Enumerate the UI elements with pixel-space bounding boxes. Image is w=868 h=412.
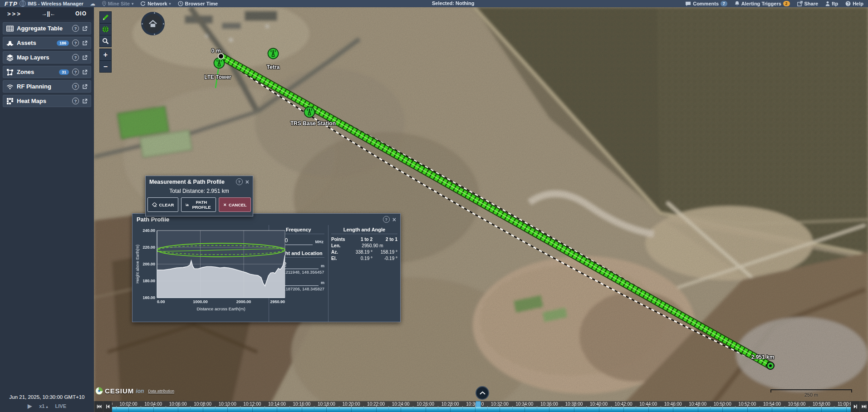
- sidebar-item-zones[interactable]: Zones31?: [3, 66, 91, 78]
- help-icon[interactable]: ?: [72, 54, 79, 61]
- cesium-credit[interactable]: CESIUM ion Data attribution: [95, 387, 174, 395]
- timeline-bar[interactable]: 10:00:0010:02:0010:04:0010:06:0010:08:00…: [94, 401, 868, 412]
- comment-icon: [685, 1, 691, 6]
- compass-north-tick: [154, 12, 155, 14]
- la-row-value: 0.19 °: [348, 256, 373, 261]
- help-icon[interactable]: ?: [72, 39, 79, 46]
- external-link-icon[interactable]: [82, 69, 88, 75]
- svg-text:2950.90: 2950.90: [270, 299, 285, 304]
- scale-bar-label: 250 m: [770, 392, 852, 397]
- comments-button[interactable]: Comments 7: [685, 1, 727, 6]
- zoom-in-button[interactable]: +: [99, 49, 112, 61]
- map-search-button[interactable]: [99, 35, 112, 47]
- zones-icon: [6, 69, 14, 76]
- help-icon[interactable]: ?: [72, 83, 79, 90]
- radio-tower-icon: [304, 106, 315, 118]
- sidebar-item-map-layers[interactable]: Map Layers?: [3, 51, 91, 64]
- compass-home-button[interactable]: [141, 12, 165, 35]
- collapse-panels-icon[interactable]: →||←: [42, 10, 56, 17]
- ftp-logo: FTP: [5, 0, 18, 7]
- timeline-progress-track[interactable]: [112, 407, 851, 412]
- external-link-icon[interactable]: [82, 84, 88, 89]
- sidebar-item-rf-planning[interactable]: RF Planning?: [3, 80, 91, 93]
- la-row-name: Len.: [331, 243, 348, 248]
- dialog-title: Measurement & Path Profile: [149, 179, 225, 185]
- sidebar-item-heat-maps[interactable]: Heat Maps?: [3, 95, 91, 107]
- help-icon[interactable]: ?: [72, 69, 79, 75]
- count-badge: 186: [57, 40, 69, 46]
- timeline-track-tick: [203, 407, 203, 412]
- dialog-help-icon[interactable]: ?: [236, 178, 243, 185]
- timeline-track-tick: [834, 407, 834, 410]
- chevron-up-icon: [480, 391, 485, 395]
- timeline-scale[interactable]: 10:00:0010:02:0010:04:0010:06:0010:08:00…: [112, 401, 851, 407]
- timeline-skip-end-button[interactable]: [860, 401, 868, 412]
- skip-start-icon: [97, 404, 102, 409]
- network-selector[interactable]: Network ▾: [140, 1, 171, 6]
- timeline-collapse-button[interactable]: [476, 386, 489, 400]
- help-icon[interactable]: ?: [72, 98, 79, 104]
- panel-close-icon[interactable]: ×: [392, 216, 396, 223]
- timeline-track-tick: [821, 407, 822, 412]
- map-scale-bar: 250 m: [770, 389, 852, 397]
- zoom-out-button[interactable]: −: [99, 60, 112, 73]
- data-attribution-link[interactable]: Data attribution: [148, 389, 174, 393]
- timeline-track-tick: [648, 407, 649, 412]
- playback-speed[interactable]: x1 ▴: [39, 403, 48, 409]
- share-button[interactable]: Share: [797, 1, 819, 6]
- timeline-track-tick: [797, 407, 797, 412]
- external-link-icon[interactable]: [82, 40, 88, 46]
- timeline-track-tick: [698, 407, 698, 412]
- topbar-right-group: Comments 7 Alerting Triggers 2 Share ftp…: [685, 1, 863, 6]
- timeline-step-forward-button[interactable]: [851, 401, 859, 412]
- dialog-close-icon[interactable]: ×: [245, 179, 249, 185]
- timeline-step-back-button[interactable]: [103, 401, 112, 412]
- timeline-track-tick: [116, 407, 117, 410]
- measurement-dialog-header[interactable]: Measurement & Path Profile ? ×: [146, 176, 253, 186]
- path-profile-button[interactable]: PATH PROFILE: [181, 197, 216, 212]
- la-header: 2 to 1: [373, 237, 397, 242]
- svg-text:200.00: 200.00: [142, 262, 155, 266]
- selected-status: Selected: Nothing: [432, 0, 475, 6]
- expand-sidebar-button[interactable]: >>>: [7, 10, 22, 17]
- help-button[interactable]: Help: [845, 1, 863, 6]
- help-icon[interactable]: ?: [72, 25, 79, 32]
- user-menu[interactable]: ftp: [825, 1, 838, 6]
- length-angle-row: Az.338.19 °158.19 °: [331, 249, 397, 255]
- app-logo[interactable]: FTP IMS - Wireless Manager: [5, 0, 83, 7]
- live-button[interactable]: LIVE: [55, 403, 66, 409]
- sidebar-item-assets[interactable]: Assets186?: [3, 37, 91, 49]
- la-row-name: El.: [331, 256, 348, 261]
- site-selector[interactable]: Mine Site ▾: [102, 1, 133, 6]
- tower-marker-tetra[interactable]: [267, 48, 279, 59]
- tower-marker-trs-base-station[interactable]: [304, 106, 315, 118]
- time-source-selector[interactable]: Browser Time: [178, 1, 218, 6]
- close-icon: ×: [223, 202, 226, 207]
- sidebar-item-aggregate-table[interactable]: Aggregate Table?: [3, 22, 91, 34]
- external-link-icon[interactable]: [82, 98, 88, 104]
- measurement-dialog: Measurement & Path Profile ? × Total Dis…: [145, 176, 253, 216]
- alerting-triggers-button[interactable]: Alerting Triggers 2: [735, 1, 790, 6]
- globe-view-tool-button[interactable]: [99, 23, 112, 35]
- alerting-label: Alerting Triggers: [741, 1, 781, 6]
- svg-text:180.00: 180.00: [142, 279, 155, 283]
- external-link-icon[interactable]: [82, 55, 88, 60]
- map-pin-icon: [102, 1, 106, 6]
- play-button[interactable]: ▶: [28, 403, 32, 409]
- draw-measure-tool-button[interactable]: [99, 11, 112, 24]
- timeline-track-tick: [227, 407, 228, 412]
- height-unit: m: [321, 264, 324, 269]
- map-viewport[interactable]: + − LTE TowerTetraTRS Base Station 0 m 2…: [94, 7, 868, 412]
- length-angle-row: Len.2950.90 m: [331, 242, 397, 249]
- timeline-current-time-marker[interactable]: [476, 401, 481, 407]
- layout-panes-icon[interactable]: OIO: [75, 10, 87, 17]
- clear-button[interactable]: CLEAR: [147, 197, 179, 212]
- panel-help-icon[interactable]: ?: [383, 216, 390, 223]
- external-link-icon[interactable]: [82, 26, 88, 31]
- chevron-down-icon: ▾: [132, 2, 133, 6]
- cancel-button[interactable]: × CANCEL: [219, 197, 251, 212]
- measure-end-point[interactable]: [766, 362, 775, 370]
- measure-start-point[interactable]: [218, 53, 224, 59]
- timeline-track-tick: [747, 407, 748, 412]
- timeline-skip-start-button[interactable]: [95, 401, 103, 412]
